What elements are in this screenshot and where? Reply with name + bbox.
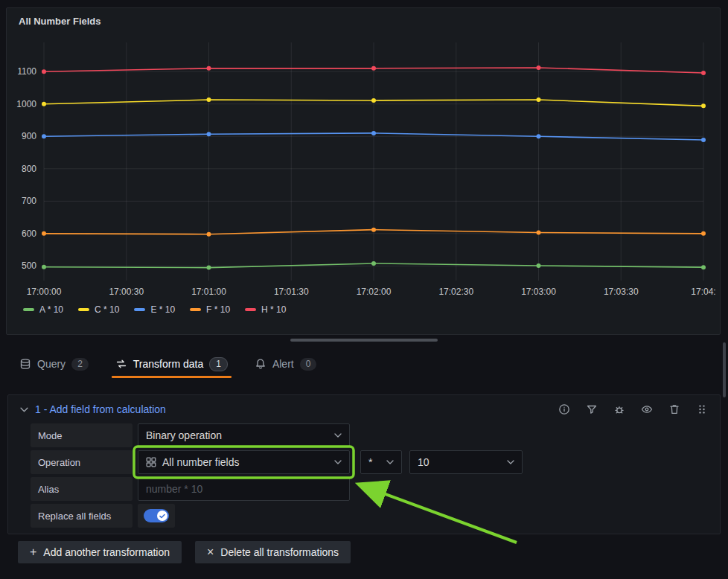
replace-all-fields-label: Replace all fields [31, 504, 132, 528]
legend-label: E * 10 [150, 304, 175, 315]
series-point [537, 134, 541, 138]
y-tick-label: 1000 [16, 99, 36, 109]
transformation-actions: + Add another transformation × Delete al… [18, 541, 351, 563]
operation-field-select[interactable]: All number fields [138, 450, 350, 474]
legend-item[interactable]: F * 10 [190, 304, 230, 315]
legend-swatch [134, 308, 145, 311]
tab-label: Transform data [133, 358, 203, 370]
operator-select[interactable]: * [360, 450, 402, 474]
info-icon[interactable] [558, 403, 570, 415]
alias-label: Alias [31, 477, 132, 501]
series-point [371, 66, 376, 71]
series-point [207, 97, 211, 102]
grid-icon [146, 457, 156, 467]
transformation-title[interactable]: 1 - Add field from calculation [35, 403, 166, 415]
series-point [42, 231, 46, 236]
series-point [42, 69, 46, 74]
legend-swatch [78, 308, 89, 311]
transformation-fields: Mode Binary operation Operation All numb… [8, 423, 720, 528]
panel-header[interactable]: All Number Fields [7, 8, 720, 29]
series-point [701, 231, 706, 236]
transformation-header: 1 - Add field from calculation [8, 395, 720, 423]
operation-label: Operation [31, 450, 132, 474]
series-point [371, 98, 376, 103]
legend-item[interactable]: H * 10 [245, 304, 286, 315]
trash-icon[interactable] [668, 403, 680, 415]
x-tick-label: 17:02:30 [438, 287, 473, 297]
series-point [207, 232, 211, 237]
panel-title: All Number Fields [19, 16, 708, 28]
panel-editor-tabs: Query 2 Transform data 1 Alert 0 [0, 350, 728, 378]
series-point [207, 66, 211, 71]
chevron-down-icon [507, 460, 514, 464]
close-icon: × [207, 546, 214, 558]
drag-handle-icon[interactable] [696, 403, 708, 415]
legend-item[interactable]: E * 10 [134, 304, 175, 315]
series-point [207, 132, 211, 136]
legend-swatch [190, 308, 201, 311]
y-tick-label: 800 [22, 164, 36, 174]
tab-query[interactable]: Query 2 [19, 350, 89, 378]
series-point [371, 131, 376, 135]
series-point [371, 261, 376, 266]
legend-label: C * 10 [95, 304, 119, 315]
operation-row: Operation All number fields * 10 [31, 450, 708, 474]
tab-alert[interactable]: Alert 0 [255, 350, 316, 378]
legend-item[interactable]: C * 10 [78, 304, 119, 315]
y-tick-label: 500 [22, 260, 36, 271]
transformation-editor: 1 - Add field from calculation [7, 394, 721, 534]
legend-label: F * 10 [206, 304, 230, 315]
operand-value: 10 [418, 456, 430, 468]
transform-icon [115, 358, 127, 370]
panel-resize-handle[interactable] [290, 339, 438, 342]
timeseries-chart[interactable]: 5006007008009001000110017:00:0017:00:301… [7, 29, 720, 300]
tab-label: Alert [272, 358, 294, 370]
add-transformation-button[interactable]: + Add another transformation [18, 541, 182, 563]
replace-all-fields-toggle[interactable] [138, 504, 175, 528]
legend-item[interactable]: A * 10 [23, 304, 63, 315]
legend-swatch [23, 308, 34, 311]
series-point [42, 102, 46, 106]
chart-legend: A * 10C * 10E * 10F * 10H * 10 [7, 300, 720, 315]
series-point [537, 65, 541, 70]
tab-label: Query [37, 358, 66, 370]
alias-row: Alias [31, 477, 708, 501]
y-tick-label: 1100 [17, 66, 36, 77]
timeseries-panel: All Number Fields 5006007008009001000110… [6, 7, 721, 335]
chevron-down-icon[interactable] [20, 407, 28, 412]
delete-all-transformations-button[interactable]: × Delete all transformations [195, 541, 351, 563]
y-tick-label: 600 [22, 228, 36, 239]
y-tick-label: 700 [22, 196, 36, 206]
tab-transform-data[interactable]: Transform data 1 [115, 350, 228, 378]
legend-label: A * 10 [39, 304, 63, 315]
x-tick-label: 17:02:00 [357, 287, 392, 297]
series-point [537, 231, 541, 235]
series-point [701, 71, 706, 75]
operand-select[interactable]: 10 [409, 450, 523, 474]
chevron-down-icon [334, 460, 342, 464]
mode-label: Mode [31, 423, 132, 447]
database-icon [19, 358, 31, 370]
legend-swatch [245, 308, 256, 311]
bug-icon[interactable] [613, 403, 625, 415]
eye-icon[interactable] [641, 403, 653, 415]
chevron-down-icon [334, 433, 342, 438]
filter-icon[interactable] [586, 403, 598, 415]
series-point [371, 228, 376, 232]
x-tick-label: 17:00:00 [27, 287, 62, 297]
series-point [207, 266, 211, 270]
toggle-track [144, 509, 169, 522]
toggle-knob [157, 511, 167, 521]
series-point [701, 265, 706, 269]
mode-select[interactable]: Binary operation [138, 423, 350, 447]
alias-input[interactable] [138, 477, 350, 501]
series-point [42, 134, 46, 138]
y-tick-label: 900 [22, 131, 36, 141]
transformation-toolbar [558, 403, 708, 415]
operation-field-value: All number fields [162, 456, 240, 468]
operator-value: * [368, 456, 372, 468]
tab-badge: 0 [300, 358, 317, 371]
add-transformation-label: Add another transformation [43, 546, 170, 558]
x-tick-label: 17:03:30 [604, 287, 639, 297]
chevron-down-icon [386, 460, 394, 464]
